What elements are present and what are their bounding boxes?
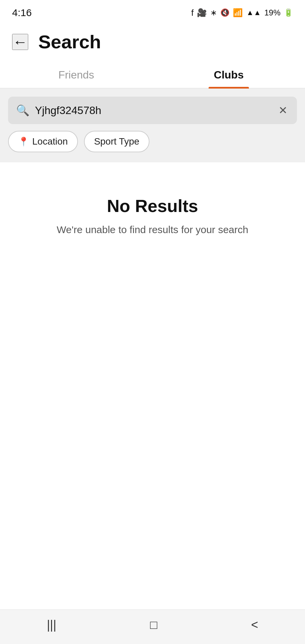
no-results-title: No Results bbox=[107, 196, 198, 216]
search-icon: 🔍 bbox=[16, 104, 30, 117]
nav-back-button[interactable]: < bbox=[251, 618, 258, 632]
search-input[interactable] bbox=[35, 104, 272, 117]
mute-icon: 🔇 bbox=[220, 8, 229, 17]
tabs-container: Friends Clubs bbox=[0, 61, 305, 89]
nav-home-button[interactable]: □ bbox=[150, 618, 158, 632]
back-button[interactable]: ← bbox=[12, 34, 28, 50]
sport-type-filter-label: Sport Type bbox=[94, 136, 139, 147]
location-filter-label: Location bbox=[32, 136, 68, 147]
sport-type-filter-button[interactable]: Sport Type bbox=[84, 131, 149, 152]
battery-icon: 🔋 bbox=[284, 8, 293, 17]
tab-friends[interactable]: Friends bbox=[0, 61, 152, 88]
wifi-icon: 📶 bbox=[233, 8, 243, 17]
location-pin-icon: 📍 bbox=[18, 137, 29, 147]
page-title: Search bbox=[38, 31, 101, 53]
search-input-row: 🔍 ✕ bbox=[8, 97, 297, 124]
location-filter-button[interactable]: 📍 Location bbox=[8, 131, 78, 152]
search-area: 🔍 ✕ 📍 Location Sport Type bbox=[0, 89, 305, 162]
no-results-subtitle: We're unable to find results for your se… bbox=[41, 224, 264, 235]
clear-button[interactable]: ✕ bbox=[277, 103, 289, 118]
camera-icon: 🎥 bbox=[197, 8, 207, 17]
tab-clubs[interactable]: Clubs bbox=[152, 61, 305, 88]
status-time: 4:16 bbox=[12, 7, 32, 18]
status-bar: 4:16 f 🎥 ∗ 🔇 📶 ▲▲ 19% 🔋 bbox=[0, 0, 305, 24]
fb-icon: f bbox=[191, 8, 193, 18]
header: ← Search bbox=[0, 24, 305, 61]
battery-percentage: 19% bbox=[264, 8, 280, 17]
signal-icon: ▲▲ bbox=[246, 8, 261, 17]
no-results-container: No Results We're unable to find results … bbox=[0, 162, 305, 609]
filter-row: 📍 Location Sport Type bbox=[8, 131, 297, 152]
nav-bar: ||| □ < bbox=[0, 609, 305, 644]
status-icons: f 🎥 ∗ 🔇 📶 ▲▲ 19% 🔋 bbox=[191, 8, 293, 18]
bluetooth-icon: ∗ bbox=[210, 8, 217, 17]
nav-recent-apps-button[interactable]: ||| bbox=[47, 618, 56, 632]
